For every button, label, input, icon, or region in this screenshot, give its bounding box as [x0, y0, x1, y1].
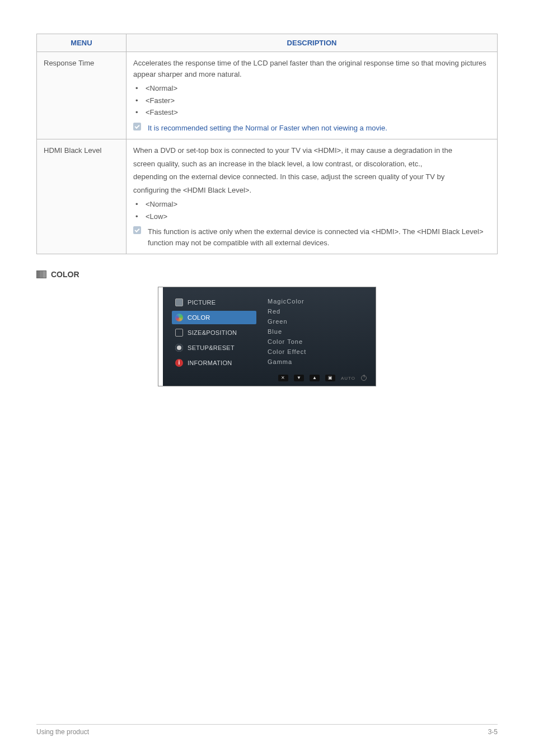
description-text: When a DVD or set-top box is connected t…	[133, 145, 490, 156]
option-item: <Normal>	[135, 199, 490, 210]
description-cell: When a DVD or set-top box is connected t…	[127, 139, 498, 254]
osd-submenu-item: Gamma	[268, 357, 367, 367]
osd-submenu-item: Red	[268, 306, 367, 316]
osd-nav-item-setup-reset: SETUP&RESET	[172, 341, 256, 354]
info-icon: i	[175, 359, 183, 367]
table-row: Response Time Accelerates the response t…	[37, 52, 498, 139]
osd-submenu-item: Color Tone	[268, 337, 367, 347]
osd-nav-item-information: iINFORMATION	[172, 356, 256, 370]
note-text: It is recommended setting the Normal or …	[148, 123, 490, 134]
osd-enter-icon: ▣	[325, 375, 335, 381]
description-cell: Accelerates the response time of the LCD…	[127, 52, 498, 139]
description-text: depending on the external device connect…	[133, 171, 490, 183]
gear-icon	[175, 344, 183, 352]
note-text: This function is active only when the ex…	[148, 226, 490, 248]
osd-close-icon: ✕	[278, 375, 288, 381]
description-text: screen quality, such as an increase in t…	[133, 158, 490, 170]
description-text: Accelerates the response time of the LCD…	[133, 58, 490, 80]
options-list: <Normal> <Faster> <Fastest>	[133, 83, 490, 118]
osd-submenu-item: Blue	[268, 326, 367, 337]
osd-submenu-item: MagicColor	[268, 296, 367, 306]
osd-submenu: MagicColor Red Green Blue Color Tone Col…	[268, 296, 367, 367]
menu-cell: HDMI Black Level	[37, 139, 127, 254]
osd-down-icon: ▼	[294, 375, 304, 381]
col-header-description: DESCRIPTION	[127, 34, 498, 52]
osd-menu-screenshot: PICTURE COLOR SIZE&POSITION SETUP&RESET …	[158, 287, 376, 386]
osd-nav-label: INFORMATION	[188, 360, 232, 366]
description-text: configuring the <HDMI Black Level>.	[133, 185, 490, 196]
footer-right: 3-5	[488, 728, 498, 736]
osd-footer: ✕ ▼ ▲ ▣ AUTO	[164, 371, 370, 382]
option-item: <Normal>	[135, 83, 490, 94]
note-icon	[133, 123, 141, 130]
osd-auto-label: AUTO	[341, 376, 355, 381]
osd-nav-item-size-position: SIZE&POSITION	[172, 326, 256, 339]
osd-nav-label: SETUP&RESET	[188, 344, 235, 351]
menu-cell: Response Time	[37, 52, 127, 139]
osd-submenu-item: Green	[268, 316, 367, 326]
section-heading: COLOR	[36, 270, 498, 279]
picture-icon	[175, 298, 183, 306]
table-row: HDMI Black Level When a DVD or set-top b…	[37, 139, 498, 254]
osd-nav-label: COLOR	[188, 314, 210, 321]
note-icon	[133, 226, 141, 234]
color-wheel-icon	[175, 314, 183, 321]
option-item: <Faster>	[135, 95, 490, 106]
section-title: COLOR	[51, 270, 79, 279]
color-swatch-icon	[36, 270, 46, 278]
option-item: <Low>	[135, 211, 490, 222]
osd-nav-label: PICTURE	[188, 299, 216, 306]
col-header-menu: MENU	[37, 34, 127, 52]
size-position-icon	[175, 329, 183, 337]
osd-submenu-item: Color Effect	[268, 347, 367, 357]
osd-up-icon: ▲	[310, 375, 320, 381]
settings-table: MENU DESCRIPTION Response Time Accelerat…	[36, 34, 498, 254]
option-item: <Fastest>	[135, 107, 490, 118]
osd-power-icon	[361, 375, 367, 381]
osd-nav: PICTURE COLOR SIZE&POSITION SETUP&RESET …	[172, 296, 256, 370]
osd-nav-label: SIZE&POSITION	[188, 329, 237, 336]
options-list: <Normal> <Low>	[133, 199, 490, 222]
osd-nav-item-picture: PICTURE	[172, 296, 256, 309]
osd-nav-item-color: COLOR	[172, 311, 256, 324]
footer-left: Using the product	[36, 728, 89, 736]
page-footer: Using the product 3-5	[36, 724, 498, 736]
